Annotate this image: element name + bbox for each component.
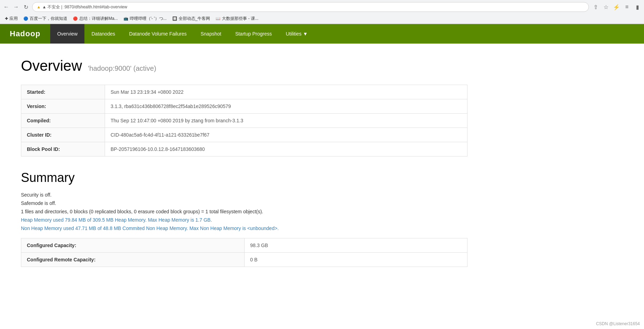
- back-button[interactable]: ←: [3, 3, 10, 10]
- sidebar-button[interactable]: ▮: [634, 3, 641, 11]
- block-pool-id-value: BP-2057196106-10.0.12.8-1647183603680: [105, 142, 467, 156]
- nav-utilities-label: Utilities: [286, 31, 301, 37]
- started-value: Sun Mar 13 23:19:34 +0800 2022: [105, 85, 467, 99]
- configured-capacity-value: 98.3 GB: [245, 238, 467, 253]
- summary-row-configured-capacity: Configured Capacity: 98.3 GB: [21, 238, 467, 253]
- summary-nonheap: Non Heap Memory used 47.71 MB of 48.8 MB…: [21, 225, 467, 231]
- nav-links: Overview Datanodes Datanode Volume Failu…: [50, 24, 315, 44]
- table-row-compiled: Compiled: Thu Sep 12 10:47:00 +0800 2019…: [21, 114, 467, 128]
- bookmark-button[interactable]: ☆: [602, 3, 610, 11]
- page-title-main: Overview: [21, 58, 82, 74]
- bigdata-icon: 📖: [216, 16, 220, 21]
- extensions-button[interactable]: ⚡: [613, 3, 620, 11]
- version-value: 3.1.3, rba631c436b806728f8ec2f54ab1e2895…: [105, 99, 467, 114]
- table-row-version: Version: 3.1.3, rba631c436b806728f8ec2f5…: [21, 99, 467, 114]
- browser-chrome: ← → ↻ ▲ ▲ 不安全 | :9870/dfshealth.html#tab…: [0, 0, 644, 24]
- address-bar[interactable]: ▲ ▲ 不安全 | :9870/dfshealth.html#tab-overv…: [32, 2, 589, 12]
- bookmarks-bar: ✚ 应用 🔵 百度一下，你就知道 🔴 总结：详细讲解Ma... 📺 哔哩哔哩（'…: [0, 14, 644, 24]
- bilibili-icon: 📺: [123, 16, 128, 21]
- bookmark-bilibili-label: 哔哩哔哩（'- '）つ...: [130, 16, 167, 22]
- page-title: Overview 'hadoop:9000' (active): [21, 58, 467, 74]
- table-row-cluster-id: Cluster ID: CID-480ac5a6-fc4d-4f11-a121-…: [21, 128, 467, 142]
- main-content: Overview 'hadoop:9000' (active) Started:…: [0, 44, 488, 281]
- browser-actions: ⇧ ☆ ⚡ ≡ ▮: [592, 3, 641, 11]
- cluster-id-value: CID-480ac5a6-fc4d-4f11-a121-633261be7f67: [105, 128, 467, 142]
- summary-table: Configured Capacity: 98.3 GB Configured …: [21, 238, 467, 267]
- bookmark-apps-label: 应用: [9, 16, 18, 22]
- address-text: ▲ 不安全 | :9870/dfshealth.html#tab-overvie…: [42, 4, 127, 10]
- compiled-value: Thu Sep 12 10:47:00 +0800 2019 by ztang …: [105, 114, 467, 128]
- summary-safemode: Safemode is off.: [21, 200, 467, 206]
- summary-icon: 🔴: [73, 16, 78, 21]
- bookmark-niuke[interactable]: 🔲 全部动态_牛客网: [170, 15, 212, 22]
- configured-remote-capacity-label: Configured Remote Capacity:: [21, 253, 245, 267]
- bookmark-summary[interactable]: 🔴 总结：详细讲解Ma...: [71, 15, 120, 22]
- cluster-id-label: Cluster ID:: [21, 128, 105, 142]
- summary-row-configured-remote-capacity: Configured Remote Capacity: 0 B: [21, 253, 467, 267]
- version-label: Version:: [21, 99, 105, 114]
- nav-startup-progress[interactable]: Startup Progress: [228, 24, 279, 44]
- bookmark-baidu-label: 百度一下，你就知道: [30, 16, 67, 22]
- niuke-icon: 🔲: [172, 16, 177, 21]
- bookmark-bigdata-label: 大数据那些事 - 课...: [222, 16, 259, 22]
- page-subtitle-text: 'hadoop:9000' (active): [88, 64, 156, 72]
- hadoop-navbar: Hadoop Overview Datanodes Datanode Volum…: [0, 24, 644, 44]
- overview-table: Started: Sun Mar 13 23:19:34 +0800 2022 …: [21, 85, 467, 156]
- block-pool-id-label: Block Pool ID:: [21, 142, 105, 156]
- nav-utilities[interactable]: Utilities ▼: [279, 24, 315, 44]
- summary-heap: Heap Memory used 79.84 MB of 309.5 MB He…: [21, 217, 467, 223]
- nav-datanode-volume-failures[interactable]: Datanode Volume Failures: [122, 24, 194, 44]
- menu-button[interactable]: ≡: [623, 3, 631, 11]
- bookmark-summary-label: 总结：详细讲解Ma...: [79, 16, 118, 22]
- dropdown-arrow-icon: ▼: [303, 31, 308, 37]
- baidu-icon: 🔵: [23, 16, 28, 21]
- summary-security: Security is off.: [21, 192, 467, 198]
- forward-button[interactable]: →: [13, 3, 20, 10]
- started-label: Started:: [21, 85, 105, 99]
- bookmark-niuke-label: 全部动态_牛客网: [179, 16, 210, 22]
- bookmark-bigdata[interactable]: 📖 大数据那些事 - 课...: [214, 15, 261, 22]
- nav-snapshot[interactable]: Snapshot: [194, 24, 228, 44]
- reload-button[interactable]: ↻: [22, 3, 29, 10]
- apps-icon: ✚: [5, 16, 8, 21]
- table-row-block-pool-id: Block Pool ID: BP-2057196106-10.0.12.8-1…: [21, 142, 467, 156]
- page-title-subtitle: 'hadoop:9000' (active): [86, 64, 156, 72]
- compiled-label: Compiled:: [21, 114, 105, 128]
- nav-overview[interactable]: Overview: [50, 24, 84, 44]
- share-button[interactable]: ⇧: [592, 3, 599, 11]
- configured-capacity-label: Configured Capacity:: [21, 238, 245, 253]
- summary-files: 1 files and directories, 0 blocks (0 rep…: [21, 209, 467, 214]
- summary-title: Summary: [21, 170, 467, 185]
- hadoop-brand[interactable]: Hadoop: [0, 24, 50, 44]
- configured-remote-capacity-value: 0 B: [245, 253, 467, 267]
- bookmark-apps[interactable]: ✚ 应用: [3, 15, 20, 22]
- security-icon: ▲: [37, 5, 41, 9]
- browser-toolbar: ← → ↻ ▲ ▲ 不安全 | :9870/dfshealth.html#tab…: [0, 0, 644, 14]
- bookmark-bilibili[interactable]: 📺 哔哩哔哩（'- '）つ...: [121, 15, 169, 22]
- nav-datanodes[interactable]: Datanodes: [84, 24, 122, 44]
- table-row-started: Started: Sun Mar 13 23:19:34 +0800 2022: [21, 85, 467, 99]
- bookmark-baidu[interactable]: 🔵 百度一下，你就知道: [21, 15, 69, 22]
